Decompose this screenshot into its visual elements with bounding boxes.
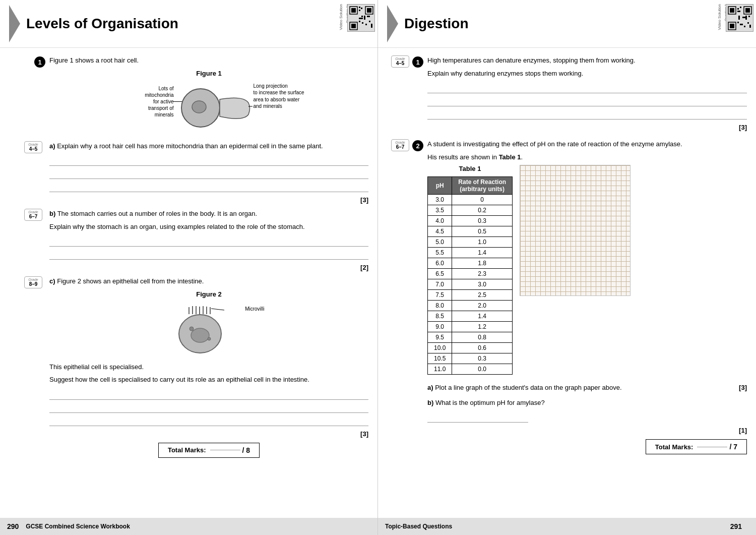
answer-line <box>49 235 368 247</box>
svg-rect-11 <box>364 16 365 20</box>
left-page-title: Levels of Organisation <box>26 16 178 32</box>
right-page-title: Digestion <box>404 16 469 32</box>
svg-rect-41 <box>737 11 740 12</box>
svg-rect-50 <box>749 25 751 28</box>
table-row: 3.00 <box>428 195 513 205</box>
answer-lines-1a <box>49 155 368 192</box>
marks-1c: [3] <box>49 430 368 438</box>
epithelial-diagram: Microvilli <box>159 301 260 356</box>
table-cell: 7.5 <box>428 290 452 301</box>
table-cell: 0.0 <box>452 364 513 375</box>
microvilli-group <box>189 306 210 314</box>
marks-line-left <box>210 450 240 450</box>
table-row: 8.02.0 <box>428 301 513 311</box>
qr-code-right <box>726 4 753 32</box>
grade-num-r1: 4–5 <box>393 61 407 66</box>
svg-line-32 <box>211 309 224 310</box>
sub-q1c-text: c) Figure 2 shows an epithelial cell fro… <box>49 276 368 286</box>
answer-line <box>427 82 747 93</box>
cell-label-left: Lots of mitochondria for active transpor… <box>113 85 174 118</box>
root-hair-svg <box>178 85 254 136</box>
marks-r1: [3] <box>427 124 747 131</box>
video-solution-label-right: Video Solution <box>717 4 722 30</box>
answer-line <box>49 402 368 413</box>
grade-num-1c: 8–9 <box>26 281 40 287</box>
table-cell: 0.5 <box>452 226 513 237</box>
answer-line <box>49 415 368 426</box>
table-cell: 5.5 <box>428 248 452 258</box>
svg-rect-15 <box>365 24 367 25</box>
table-cell: 6.5 <box>428 269 452 279</box>
svg-rect-13 <box>359 21 360 22</box>
svg-rect-46 <box>737 22 739 23</box>
marks-1a: [3] <box>49 196 368 204</box>
root-hair-diagram: Lots of mitochondria for active transpor… <box>113 80 305 136</box>
grade-badge-r2: Grade 6–7 <box>391 139 409 151</box>
grade-title-1c: Grade <box>26 278 40 281</box>
sub-q1b: Grade 6–7 b) The stomach carries out a n… <box>49 209 368 271</box>
grade-num-1a: 4–5 <box>26 146 40 152</box>
table-cell: 0.6 <box>452 343 513 353</box>
sub-q1b-text2: Explain why the stomach is an organ, usi… <box>49 222 368 232</box>
r-q1-text2: Explain why denaturing enzymes stops the… <box>427 69 747 79</box>
sub-q2b-text: b) What is the optimum pH for amylase? <box>427 398 747 408</box>
grade-badge-1c: Grade 8–9 <box>24 276 42 288</box>
figure-1-container: Figure 1 Lots of mitochondria for active… <box>49 70 368 137</box>
qr-svg <box>349 6 374 31</box>
table-cell: 3.0 <box>428 195 452 205</box>
table-cell: 9.0 <box>428 322 452 332</box>
table-cell: 2.5 <box>452 290 513 301</box>
question-1: 1 Figure 1 shows a root hair cell. Figur… <box>34 55 368 460</box>
r-q2-text2: His results are shown in Table 1. <box>427 152 747 162</box>
figure-1-title: Figure 1 <box>49 70 368 77</box>
svg-rect-48 <box>744 26 745 27</box>
table-container: Table 1 pH Rate of Reaction(arbitrary un… <box>427 165 513 379</box>
left-footer-label: GCSE Combined Science Workbook <box>26 523 370 530</box>
table-cell: 0.3 <box>452 216 513 226</box>
table-cell: 11.0 <box>428 364 452 375</box>
answer-line <box>49 389 368 400</box>
answer-line <box>427 411 528 423</box>
table-cell: 2.3 <box>452 269 513 279</box>
table-title: Table 1 <box>427 165 513 172</box>
table-row: 7.03.0 <box>428 279 513 290</box>
q1-number: 1 <box>34 56 45 68</box>
svg-rect-40 <box>740 7 741 8</box>
right-question-1: Grade 4–5 1 High temperatures can denatu… <box>412 55 747 134</box>
r-q1-number: 1 <box>412 56 423 68</box>
right-page-num: 291 <box>730 522 742 530</box>
table-row: 9.01.2 <box>428 322 513 332</box>
grade-title-1b: Grade <box>26 210 40 214</box>
answer-lines-1c <box>49 389 368 426</box>
answer-line <box>49 181 368 192</box>
marks-line-right <box>697 447 727 447</box>
left-content: 1 Figure 1 shows a root hair cell. Figur… <box>0 48 377 518</box>
grade-num-1b: 6–7 <box>26 214 40 219</box>
svg-rect-39 <box>737 8 739 10</box>
qr-code-left <box>347 4 375 32</box>
table-cell: 1.2 <box>452 322 513 332</box>
answer-lines-r1 <box>427 82 747 120</box>
table-cell: 1.4 <box>452 248 513 258</box>
right-content: Grade 4–5 1 High temperatures can denatu… <box>378 48 756 518</box>
answer-line <box>427 95 747 106</box>
table-row: 9.50.8 <box>428 332 513 343</box>
q1-body: Figure 1 shows a root hair cell. Figure … <box>49 55 368 460</box>
svg-rect-36 <box>745 8 750 13</box>
marks-1b: [2] <box>49 264 368 271</box>
grade-num-r2: 6–7 <box>393 144 407 150</box>
grade-badge-r1: Grade 4–5 <box>391 55 409 68</box>
table-cell: 1.0 <box>452 237 513 248</box>
sub-q1a-text: a) Explain why a root hair cell has more… <box>49 141 368 151</box>
table-graph-container: Table 1 pH Rate of Reaction(arbitrary un… <box>427 165 747 379</box>
svg-rect-8 <box>359 10 360 11</box>
svg-rect-17 <box>371 24 372 28</box>
total-marks-value-left: / 8 <box>242 446 250 454</box>
q1-intro: Figure 1 shows a root hair cell. <box>49 55 368 66</box>
answer-lines-r2b <box>427 411 747 423</box>
grade-title-r1: Grade <box>393 57 407 61</box>
svg-rect-34 <box>730 8 734 13</box>
header-triangle-icon <box>9 5 20 42</box>
svg-rect-12 <box>367 16 370 17</box>
table-cell: 0.8 <box>452 332 513 343</box>
